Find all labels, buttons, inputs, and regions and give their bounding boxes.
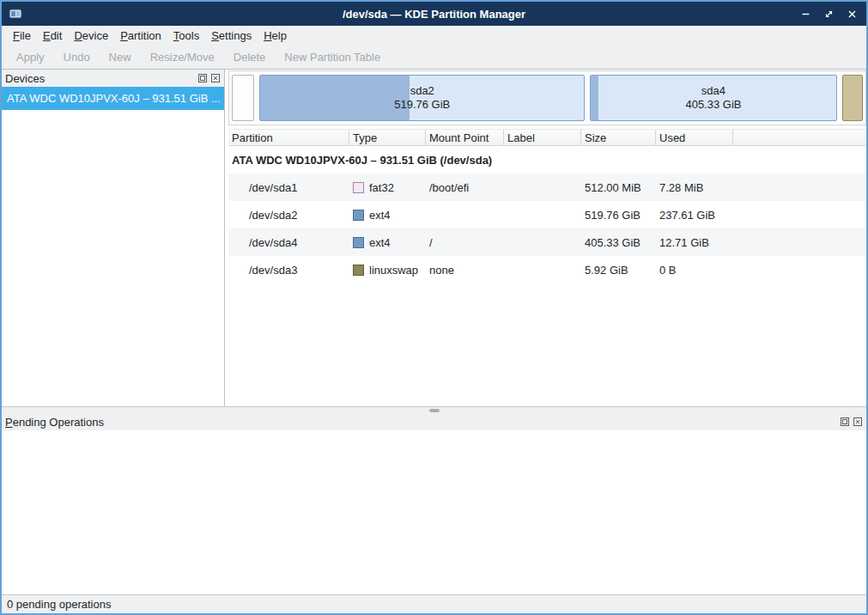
kde-partition-manager-window: /dev/sda — KDE Partition Manager File Ed…	[0, 0, 868, 615]
cell-partition: /dev/sda1	[228, 181, 349, 194]
table-row-sda2[interactable]: /dev/sda2 ext4 519.76 GiB 237.61 GiB	[228, 201, 866, 228]
cell-size: 512.00 MiB	[581, 181, 656, 194]
cell-type: ext4	[349, 209, 426, 222]
cell-used: 237.61 GiB	[656, 209, 733, 222]
partition-table: Partition Type Mount Point Label Size Us…	[228, 129, 866, 406]
pending-operations-list	[2, 430, 866, 594]
close-icon[interactable]	[847, 9, 858, 20]
table-row-sda4[interactable]: /dev/sda4 ext4 / 405.33 GiB 12.71 GiB	[228, 228, 866, 256]
device-item-sda[interactable]: ATA WDC WD10JPVX-60J – 931.51 GiB ...	[2, 87, 224, 110]
filesystem-color-swatch	[353, 182, 364, 193]
devices-float-icon[interactable]	[197, 73, 208, 83]
used-space-fill	[591, 76, 598, 120]
horizontal-splitter[interactable]	[2, 406, 866, 413]
cell-mount-point: /	[426, 236, 504, 249]
status-bar: 0 pending operations	[2, 594, 866, 613]
delete-button[interactable]: Delete	[224, 47, 276, 67]
column-header-used[interactable]: Used	[656, 130, 733, 145]
cell-type: ext4	[349, 236, 426, 249]
pending-close-icon[interactable]	[853, 417, 863, 427]
devices-panel-header: Devices	[2, 70, 224, 87]
column-header-type[interactable]: Type	[349, 130, 426, 145]
cell-mount-point: /boot/efi	[426, 181, 504, 194]
status-text: 0 pending operations	[7, 598, 111, 611]
window-title: /dev/sda — KDE Partition Manager	[2, 8, 866, 21]
menu-device[interactable]: Device	[68, 27, 114, 44]
table-row-sda3[interactable]: /dev/sda3 linuxswap none 5.92 GiB 0 B	[228, 256, 866, 283]
table-header: Partition Type Mount Point Label Size Us…	[228, 129, 866, 146]
cell-size: 5.92 GiB	[581, 264, 656, 277]
filesystem-color-swatch	[353, 265, 364, 276]
cell-size: 405.33 GiB	[581, 236, 656, 249]
column-header-mount-point[interactable]: Mount Point	[426, 130, 504, 145]
menu-settings[interactable]: Settings	[205, 27, 258, 44]
content-area: sda2 519.76 GiB sda4 405.33 GiB	[225, 70, 866, 406]
segment-name: sda2	[410, 84, 434, 98]
pending-operations-panel: Pending Operations	[2, 413, 866, 594]
new-button[interactable]: New	[100, 47, 141, 67]
table-row-sda1[interactable]: /dev/sda1 fat32 /boot/efi 512.00 MiB 7.2…	[228, 174, 866, 201]
column-header-filler	[733, 130, 866, 145]
partition-segment-sda2[interactable]: sda2 519.76 GiB	[259, 75, 585, 121]
menu-edit[interactable]: Edit	[37, 27, 68, 44]
cell-type: linuxswap	[349, 264, 426, 277]
cell-used: 12.71 GiB	[656, 236, 733, 249]
apply-button[interactable]: Apply	[7, 47, 54, 67]
partition-bar: sda2 519.76 GiB sda4 405.33 GiB	[228, 70, 866, 125]
new-partition-table-button[interactable]: New Partition Table	[275, 47, 390, 67]
pending-operations-title: Pending Operations	[5, 416, 104, 429]
device-group-row[interactable]: ATA WDC WD10JPVX-60J – 931.51 GiB (/dev/…	[228, 146, 866, 174]
cell-size: 519.76 GiB	[581, 209, 656, 222]
partition-segment-sda1[interactable]	[232, 75, 254, 121]
restore-icon[interactable]	[823, 9, 835, 20]
main-area: Devices ATA WDC WD10JPVX-60J – 931.51 Gi…	[2, 69, 866, 406]
devices-close-icon[interactable]	[210, 73, 221, 83]
filesystem-color-swatch	[353, 210, 364, 221]
filesystem-color-swatch	[353, 237, 364, 248]
cell-used: 7.28 MiB	[656, 181, 733, 194]
titlebar[interactable]: /dev/sda — KDE Partition Manager	[2, 2, 866, 26]
segment-name: sda4	[701, 84, 725, 98]
minimize-icon[interactable]	[800, 9, 811, 20]
menu-partition[interactable]: Partition	[114, 27, 167, 44]
devices-panel-title: Devices	[5, 72, 45, 85]
cell-used: 0 B	[656, 264, 733, 277]
cell-partition: /dev/sda3	[228, 264, 349, 277]
device-list: ATA WDC WD10JPVX-60J – 931.51 GiB ...	[2, 87, 224, 406]
partition-segment-sda3[interactable]	[842, 75, 863, 121]
menu-file[interactable]: File	[7, 27, 37, 44]
resize-move-button[interactable]: Resize/Move	[141, 47, 224, 67]
column-header-label[interactable]: Label	[504, 130, 581, 145]
segment-size: 405.33 GiB	[685, 98, 741, 112]
cell-mount-point: none	[426, 264, 504, 277]
menu-help[interactable]: Help	[258, 27, 293, 44]
undo-button[interactable]: Undo	[54, 47, 100, 67]
table-empty-area	[228, 283, 866, 406]
column-header-partition[interactable]: Partition	[228, 130, 349, 145]
splitter-handle[interactable]	[429, 409, 440, 412]
partition-segment-sda4[interactable]: sda4 405.33 GiB	[590, 75, 837, 121]
toolbar: Apply Undo New Resize/Move Delete New Pa…	[2, 45, 866, 69]
pending-float-icon[interactable]	[840, 417, 850, 427]
pending-operations-header: Pending Operations	[2, 413, 866, 430]
app-icon	[9, 7, 22, 21]
cell-type: fat32	[349, 181, 426, 194]
menubar: File Edit Device Partition Tools Setting…	[2, 26, 866, 45]
devices-panel: Devices ATA WDC WD10JPVX-60J – 931.51 Gi…	[2, 70, 225, 406]
column-header-size[interactable]: Size	[581, 130, 656, 145]
cell-partition: /dev/sda2	[228, 209, 349, 222]
used-space-fill	[260, 76, 409, 120]
cell-partition: /dev/sda4	[228, 236, 349, 249]
menu-tools[interactable]: Tools	[167, 27, 205, 44]
